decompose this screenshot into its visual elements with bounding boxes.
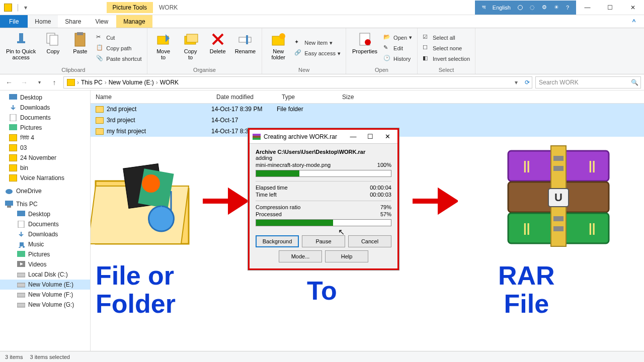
up-button[interactable]: ↑ bbox=[48, 76, 60, 88]
new-item-button[interactable]: ✦New item ▾ bbox=[293, 38, 342, 47]
drive-icon bbox=[17, 271, 25, 278]
gear-icon: ⚙ bbox=[542, 4, 547, 11]
drive-icon bbox=[17, 281, 25, 288]
copy-button[interactable]: Copy bbox=[41, 30, 65, 66]
dialog-titlebar[interactable]: Creating archive WORK.rar — ☐ ✕ bbox=[250, 130, 397, 144]
tree-pc-desktop[interactable]: Desktop bbox=[0, 209, 90, 219]
adding-label: adding bbox=[256, 155, 391, 161]
svg-rect-27 bbox=[17, 293, 25, 297]
search-input[interactable]: Search WORK 🔍 bbox=[535, 76, 641, 88]
crumb-this-pc[interactable]: This PC bbox=[81, 79, 103, 86]
minimize-button[interactable]: — bbox=[576, 0, 599, 15]
select-none-button[interactable]: ☐Select none bbox=[422, 44, 471, 53]
qat-dropdown-icon[interactable]: ▾ bbox=[24, 4, 27, 11]
mode-button[interactable]: Mode... bbox=[279, 250, 322, 262]
crumb-volume[interactable]: New Volume (E:) bbox=[109, 79, 154, 86]
invert-selection-button[interactable]: ◧Invert selection bbox=[422, 54, 471, 63]
svg-rect-23 bbox=[17, 251, 25, 257]
tree-custom1[interactable]: নিউট 4 bbox=[0, 133, 90, 143]
svg-text:||: || bbox=[589, 159, 595, 172]
column-headers[interactable]: Name Date modified Type Size bbox=[91, 90, 644, 104]
move-to-button[interactable]: Move to bbox=[151, 30, 176, 66]
dialog-close-button[interactable]: ✕ bbox=[380, 133, 394, 140]
pause-button[interactable]: Pause bbox=[302, 235, 345, 247]
overlay-text-mid: To bbox=[307, 276, 337, 306]
tree-pc-documents[interactable]: Documents bbox=[0, 219, 90, 229]
svg-rect-38 bbox=[553, 216, 564, 221]
properties-button[interactable]: Properties bbox=[350, 30, 379, 66]
tree-pictures[interactable]: Pictures bbox=[0, 123, 90, 133]
tree-downloads[interactable]: Downloads bbox=[0, 103, 90, 113]
new-folder-button[interactable]: New folder bbox=[266, 30, 290, 66]
tree-onedrive[interactable]: OneDrive bbox=[0, 186, 90, 196]
dialog-maximize-button[interactable]: ☐ bbox=[363, 133, 377, 140]
recent-dropdown[interactable]: ▾ bbox=[33, 76, 45, 88]
tree-custom2[interactable]: 03 bbox=[0, 143, 90, 153]
tab-file[interactable]: File bbox=[0, 15, 28, 28]
winrar-icon bbox=[253, 133, 261, 141]
edit-button[interactable]: ✎Edit bbox=[382, 44, 413, 53]
total-progress-bar bbox=[256, 219, 391, 226]
pin-quick-access-button[interactable]: Pin to Quick access bbox=[4, 30, 38, 66]
search-icon: 🔍 bbox=[631, 79, 638, 86]
tab-view[interactable]: View bbox=[88, 15, 115, 28]
breadcrumb-dropdown-icon[interactable]: ▾ bbox=[515, 79, 518, 86]
delete-button[interactable]: Delete bbox=[206, 30, 230, 66]
paste-button[interactable]: Paste bbox=[68, 30, 92, 66]
tab-share[interactable]: Share bbox=[58, 15, 88, 28]
crumb-folder[interactable]: WORK bbox=[160, 79, 179, 86]
language-bar[interactable]: অ English ◌ ⚙ ☀ ? bbox=[475, 1, 576, 15]
cut-button[interactable]: ✂Cut bbox=[95, 33, 142, 42]
breadcrumb[interactable]: › This PC › New Volume (E:) › WORK ▾ ⟳ bbox=[63, 76, 532, 88]
tree-custom5[interactable]: Voice Narrations bbox=[0, 173, 90, 183]
forward-button[interactable]: → bbox=[18, 76, 30, 88]
tree-this-pc[interactable]: This PC bbox=[0, 199, 90, 209]
copy-path-button[interactable]: 📋Copy path bbox=[95, 44, 142, 53]
rename-button[interactable]: Rename bbox=[233, 30, 258, 66]
cancel-button[interactable]: Cancel bbox=[348, 235, 391, 247]
tab-home[interactable]: Home bbox=[28, 15, 58, 28]
tree-custom3[interactable]: 24 November bbox=[0, 153, 90, 163]
tab-manage[interactable]: Manage bbox=[116, 15, 152, 28]
refresh-icon[interactable]: ⟳ bbox=[525, 79, 530, 86]
qat-sep: │ bbox=[16, 4, 20, 11]
svg-rect-8 bbox=[187, 34, 198, 42]
ribbon-help-icon[interactable]: ^ bbox=[624, 15, 644, 28]
tree-pc-pictures[interactable]: Pictures bbox=[0, 249, 90, 259]
open-button[interactable]: 📂Open ▾ bbox=[382, 33, 413, 42]
tree-vol-e[interactable]: New Volume (E:) bbox=[0, 280, 90, 290]
paste-icon bbox=[72, 31, 88, 47]
maximize-button[interactable]: ☐ bbox=[599, 0, 621, 15]
select-all-button[interactable]: ☑Select all bbox=[422, 33, 471, 42]
tree-custom4[interactable]: bin bbox=[0, 163, 90, 173]
shortcut-icon: 📎 bbox=[96, 55, 104, 63]
tree-vol-f[interactable]: New Volume (F:) bbox=[0, 290, 90, 300]
tree-documents[interactable]: Documents bbox=[0, 113, 90, 123]
tree-local-c[interactable]: Local Disk (C:) bbox=[0, 269, 90, 280]
col-type[interactable]: Type bbox=[277, 94, 337, 101]
tree-desktop[interactable]: Desktop bbox=[0, 93, 90, 103]
col-modified[interactable]: Date modified bbox=[211, 94, 277, 101]
history-button[interactable]: 🕑History bbox=[382, 54, 413, 63]
dialog-minimize-button[interactable]: — bbox=[346, 133, 360, 140]
tree-pc-downloads[interactable]: Downloads bbox=[0, 229, 90, 239]
tree-pc-videos[interactable]: Videos bbox=[0, 259, 90, 269]
tree-vol-g[interactable]: New Volume (G:) bbox=[0, 300, 90, 310]
easy-access-button[interactable]: 🔗Easy access ▾ bbox=[293, 49, 342, 58]
paste-shortcut-button[interactable]: 📎Paste shortcut bbox=[95, 54, 142, 63]
file-row[interactable]: 3rd project 14-Oct-17 bbox=[91, 115, 644, 126]
col-size[interactable]: Size bbox=[337, 94, 387, 101]
file-row[interactable]: 2nd project 14-Oct-17 8:39 PM File folde… bbox=[91, 104, 644, 115]
group-label-new: New bbox=[266, 66, 342, 73]
close-button[interactable]: ✕ bbox=[621, 0, 644, 15]
group-label-organise: Organise bbox=[151, 66, 258, 73]
help-button[interactable]: Help bbox=[325, 250, 368, 262]
background-button[interactable]: Background bbox=[256, 235, 299, 247]
path-icon: 📋 bbox=[96, 44, 104, 52]
navigation-pane[interactable]: Desktop Downloads Documents Pictures নিউ… bbox=[0, 90, 91, 351]
copy-to-button[interactable]: Copy to bbox=[179, 30, 203, 66]
tree-pc-music[interactable]: Music bbox=[0, 239, 90, 249]
col-name[interactable]: Name bbox=[91, 94, 211, 101]
back-button[interactable]: ← bbox=[3, 76, 15, 88]
svg-rect-16 bbox=[10, 114, 16, 121]
